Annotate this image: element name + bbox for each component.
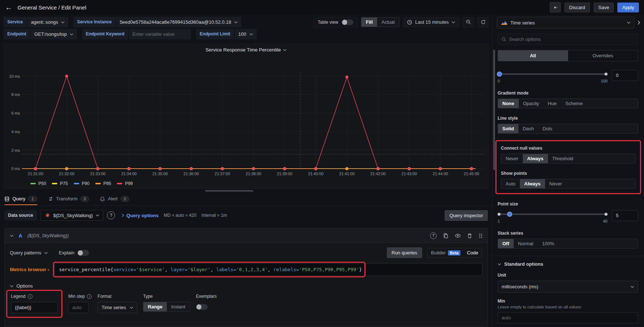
slider-track[interactable]	[498, 73, 607, 75]
service-instance-label: Service Instance	[73, 17, 115, 27]
option-range[interactable]: Range	[143, 302, 167, 311]
code-option[interactable]: Code	[464, 249, 481, 257]
option-opacity[interactable]: Opacity	[519, 99, 544, 108]
collapse-options-button[interactable]	[637, 20, 640, 25]
builder-option[interactable]: Builder Beta	[428, 249, 463, 257]
option-off[interactable]: Off	[498, 239, 514, 248]
query-row-header[interactable]: A (${DS_SkyWalking}) ?	[5, 228, 487, 243]
format-field: Format Time series	[97, 294, 137, 313]
show-points-segmented: AutoAlwaysNever	[501, 179, 636, 189]
delete-query-button[interactable]	[467, 233, 472, 238]
legend-item-p95[interactable]: P95	[95, 181, 111, 186]
chevron-down-icon	[61, 21, 65, 23]
option-never[interactable]: Never	[545, 179, 567, 188]
slider-handle[interactable]	[497, 72, 502, 77]
panel-settings-button[interactable]	[550, 2, 561, 12]
legend-swatch	[30, 183, 36, 184]
point-size-value[interactable]: 5	[612, 210, 638, 221]
horizontal-scrollbar[interactable]	[205, 190, 253, 192]
option-auto[interactable]: Auto	[501, 179, 520, 188]
save-button[interactable]: Save	[594, 3, 614, 12]
option-always[interactable]: Always	[523, 154, 548, 163]
legend-item-p50[interactable]: P50	[30, 181, 46, 186]
gradient-mode-label: Gradient mode	[498, 91, 638, 96]
tab-label: Query	[12, 196, 25, 201]
legend-swatch	[74, 183, 79, 184]
option-overrides[interactable]: Overrides	[568, 50, 638, 61]
slider-handle[interactable]	[507, 212, 512, 217]
back-arrow-icon[interactable]: ←	[5, 4, 12, 11]
option-never[interactable]: Never	[501, 154, 523, 163]
option-none[interactable]: None	[498, 99, 519, 108]
legend-item-p99[interactable]: P99	[117, 181, 133, 186]
hide-query-button[interactable]	[455, 234, 461, 238]
fill-opacity-control: 0 100 0	[498, 70, 638, 83]
point-size-slider[interactable]	[498, 212, 607, 217]
duplicate-query-button[interactable]	[443, 233, 448, 238]
option-always[interactable]: Always	[520, 179, 545, 188]
service-instance-select[interactable]: 5eed0e5758a244aca6e7699415d360aa@10.52.0…	[116, 17, 241, 27]
tab-alert[interactable]: Alert0	[100, 192, 129, 205]
scrollbar-thumb[interactable]	[493, 50, 495, 170]
option-dash[interactable]: Dash	[518, 124, 538, 133]
visualization-select[interactable]: Time series	[497, 17, 635, 28]
option-dots[interactable]: Dots	[538, 124, 557, 133]
datasource-help-button[interactable]: ?	[107, 211, 115, 219]
fill-opacity-slider[interactable]	[498, 72, 607, 77]
metrics-browser-button[interactable]: Metrics browser ›	[10, 267, 49, 272]
line-style-segmented: SolidDashDots	[498, 124, 638, 134]
min-step-input[interactable]	[68, 302, 89, 313]
legend-swatch	[117, 183, 122, 184]
option-solid[interactable]: Solid	[498, 124, 518, 133]
tab-query[interactable]: Query1	[4, 192, 37, 205]
exemplars-toggle[interactable]	[196, 304, 208, 310]
info-icon: i	[87, 294, 92, 299]
slider-track[interactable]	[498, 213, 607, 215]
standard-options-toggle[interactable]: Standard options	[498, 261, 638, 267]
endpoint-limit-select[interactable]: 100	[235, 29, 257, 39]
option-fill[interactable]: Fill	[361, 18, 377, 27]
service-select[interactable]: agent::songs	[27, 17, 68, 27]
option-actual[interactable]: Actual	[377, 18, 399, 27]
query-help-button[interactable]: ?	[430, 232, 437, 239]
endpoint-keyword-input[interactable]	[133, 31, 187, 37]
legend-input[interactable]	[11, 302, 58, 313]
variables-row-2: Endpoint GET:/songs/top Endpoint Keyword…	[0, 27, 492, 39]
query-toolbar: Query patterns Explain Run queries Build…	[5, 243, 487, 260]
query-inspector-button[interactable]: Query inspector	[445, 210, 488, 221]
option-scheme[interactable]: Scheme	[561, 99, 587, 108]
query-patterns-select[interactable]: Query patterns	[10, 250, 48, 255]
table-view-toggle[interactable]	[342, 19, 353, 25]
min-input[interactable]	[498, 312, 638, 323]
datasource-select[interactable]: ${DS_SkyWalking}	[41, 210, 104, 221]
svg-text:21:45:00: 21:45:00	[464, 172, 479, 176]
option-hue[interactable]: Hue	[544, 99, 561, 108]
option-all[interactable]: All	[498, 50, 568, 61]
legend-item-p90[interactable]: P90	[74, 181, 89, 186]
format-select[interactable]: Time series	[97, 302, 137, 313]
time-range-picker[interactable]: Last 15 minutes	[403, 17, 459, 27]
svg-text:21:40:00: 21:40:00	[308, 172, 323, 176]
endpoint-select[interactable]: GET:/songs/top	[31, 29, 77, 39]
variable-endpoint-limit: Endpoint Limit 100	[196, 29, 257, 39]
unit-select[interactable]: milliseconds (ms)	[498, 281, 638, 293]
search-options-input[interactable]	[509, 36, 634, 42]
refresh-button[interactable]	[478, 17, 488, 27]
discard-button[interactable]: Discard	[564, 3, 590, 12]
apply-button[interactable]: Apply	[617, 3, 639, 12]
fill-opacity-value[interactable]: 0	[612, 70, 638, 81]
zoom-out-button[interactable]	[463, 17, 474, 27]
options-section-toggle[interactable]: Options	[10, 283, 482, 289]
promql-expression-input[interactable]: service_percentile{service='$service', l…	[54, 263, 482, 276]
explain-toggle[interactable]	[77, 250, 89, 256]
option-instant[interactable]: Instant	[167, 302, 190, 311]
tab-transform[interactable]: Transform0	[48, 192, 89, 205]
option-threshold[interactable]: Threshold	[548, 154, 578, 163]
option-100-[interactable]: 100%	[538, 239, 559, 248]
drag-query-handle[interactable]	[479, 233, 482, 238]
option-normal[interactable]: Normal	[514, 239, 538, 248]
legend-item-p75[interactable]: P75	[52, 181, 68, 186]
run-queries-button[interactable]: Run queries	[387, 247, 422, 258]
sidebar-scrollbar[interactable]	[493, 31, 495, 327]
query-options-toggle[interactable]: Query options	[122, 213, 158, 218]
